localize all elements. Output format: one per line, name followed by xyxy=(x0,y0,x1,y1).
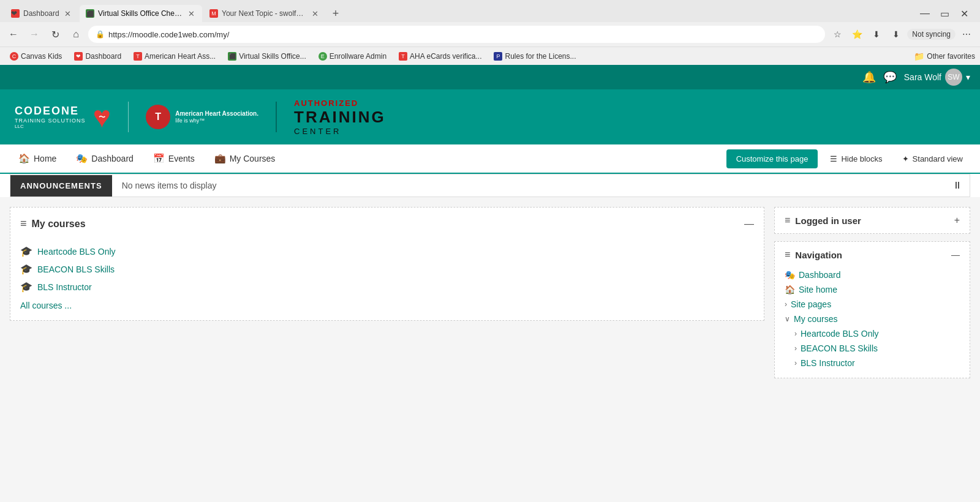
forward-button[interactable]: → xyxy=(26,26,43,43)
training-label: TRAINING xyxy=(294,108,386,127)
announcements-label: ANNOUNCEMENTS xyxy=(10,175,112,197)
list-item: 🎓 Heartcode BLS Only xyxy=(20,242,754,260)
address-input[interactable]: 🔒 https://moodle.code1web.com/my/ xyxy=(88,26,825,43)
navigation-minimize-button[interactable]: — xyxy=(951,250,960,260)
expand-icon: › xyxy=(785,300,787,309)
nav-items: 🏠 Home 🎭 Dashboard 📅 Events 💼 My Courses xyxy=(10,146,726,171)
notifications-icon[interactable]: 🔔 xyxy=(862,70,876,84)
user-menu[interactable]: Sara Wolf SW ▾ xyxy=(904,69,970,86)
list-item: 🏠 Site home xyxy=(785,282,960,297)
browser-chrome: ❤ Dashboard ✕ ⬛ Virtual Skills Office Ch… xyxy=(0,0,980,65)
left-column: ≡ My courses — 🎓 Heartcode BLS Only 🎓 BE… xyxy=(10,207,764,493)
home-nav-icon: 🏠 xyxy=(18,153,30,164)
announcements-text: No news items to display xyxy=(112,174,945,197)
nav-home-icon: 🏠 xyxy=(785,285,795,294)
tab-label-virtual-skills: Virtual Skills Office Cheat Sheet xyxy=(98,9,183,18)
tab-label-dashboard: Dashboard xyxy=(23,9,59,18)
bookmark-virtual-skills[interactable]: ⬛ Virtual Skills Office... xyxy=(223,51,311,62)
collapse-icon: ∨ xyxy=(785,315,790,323)
nav-block-site-pages[interactable]: › Site pages xyxy=(785,299,960,309)
logo-divider xyxy=(128,102,129,132)
list-item: › Heartcode BLS Only xyxy=(785,326,960,341)
expand-icon: › xyxy=(794,359,797,367)
all-courses-link[interactable]: All courses ... xyxy=(20,296,754,310)
logged-in-title: Logged in user xyxy=(795,215,861,226)
close-window-button[interactable]: ✕ xyxy=(956,5,973,22)
bookmark-aha[interactable]: T American Heart Ass... xyxy=(129,51,221,62)
standard-view-icon: ✦ xyxy=(902,154,909,163)
center-label: CENTER xyxy=(294,127,341,136)
standard-view-button[interactable]: ✦ Standard view xyxy=(895,149,970,168)
profile-label: Not syncing xyxy=(912,30,951,39)
list-item: 🎭 Dashboard xyxy=(785,268,960,282)
logged-in-expand-button[interactable]: + xyxy=(954,215,960,226)
nav-block-bls-instructor[interactable]: › BLS Instructor xyxy=(794,358,960,368)
tab-virtual-skills[interactable]: ⬛ Virtual Skills Office Cheat Sheet ✕ xyxy=(80,5,202,22)
nav-block-heartcode[interactable]: › Heartcode BLS Only xyxy=(794,329,960,339)
list-item: ∨ My courses xyxy=(785,312,960,326)
course-link-heartcode[interactable]: Heartcode BLS Only xyxy=(37,247,116,257)
refresh-button[interactable]: ↻ xyxy=(47,26,64,43)
nav-events[interactable]: 📅 Events xyxy=(145,146,203,171)
nav-my-courses-label: My Courses xyxy=(230,154,276,163)
my-courses-nav-icon: 💼 xyxy=(214,153,226,164)
tab-dashboard[interactable]: ❤ Dashboard ✕ xyxy=(5,5,78,22)
back-button[interactable]: ← xyxy=(5,26,22,43)
my-courses-title: My courses xyxy=(32,219,86,230)
new-tab-button[interactable]: + xyxy=(327,5,344,22)
dashboard-nav-icon: 🎭 xyxy=(76,153,88,164)
tab-gmail[interactable]: M Your Next Topic - swolf@code1w... ✕ xyxy=(203,5,326,22)
course-link-bls[interactable]: BLS Instructor xyxy=(37,282,92,292)
nav-block-site-home[interactable]: 🏠 Site home xyxy=(785,285,960,294)
profile-button[interactable]: Not syncing xyxy=(907,29,956,40)
star-button[interactable]: ☆ xyxy=(829,26,846,43)
nav-events-label: Events xyxy=(168,154,195,163)
block-minimize-button[interactable]: — xyxy=(744,219,754,230)
bookmark-enrollware[interactable]: E Enrollware Admin xyxy=(314,51,391,62)
home-button[interactable]: ⌂ xyxy=(67,26,85,43)
list-item: 🎓 BEACON BLS Skills xyxy=(20,260,754,278)
list-item: › BLS Instructor xyxy=(785,356,960,370)
avatar: SW xyxy=(945,69,962,86)
tab-close-virtual-skills[interactable]: ✕ xyxy=(187,9,196,18)
hide-blocks-button[interactable]: ☰ Hide blocks xyxy=(823,149,889,168)
nav-block-my-courses[interactable]: ∨ My courses xyxy=(785,314,960,324)
customize-page-button[interactable]: Customize this page xyxy=(726,149,818,168)
logged-in-icon: ≡ xyxy=(785,215,790,226)
standard-view-label: Standard view xyxy=(913,154,963,163)
address-bar-row: ← → ↻ ⌂ 🔒 https://moodle.code1web.com/my… xyxy=(0,22,980,47)
aha-badge: T xyxy=(146,105,170,129)
collections-button[interactable]: ⭐ xyxy=(848,26,865,43)
bookmark-dashboard[interactable]: ❤ Dashboard xyxy=(69,51,126,62)
site-header: CODEONE TRAINING SOLUTIONS LLC ♥ 〜 T Ame… xyxy=(0,89,980,144)
bookmark-canvas-kids[interactable]: C Canvas Kids xyxy=(5,51,67,62)
hide-blocks-icon: ☰ xyxy=(830,154,837,163)
bookmark-aha-ecards[interactable]: T AHA eCards verifica... xyxy=(394,51,486,62)
site-wrapper: 🔔 💬 Sara Wolf SW ▾ CODEONE TRAINING SOLU… xyxy=(0,65,980,502)
bookmark-rules[interactable]: P Rules for the Licens... xyxy=(489,51,581,62)
aha-name: American Heart Association. xyxy=(175,110,258,118)
tab-close-dashboard[interactable]: ✕ xyxy=(63,9,72,18)
browser-tools-button[interactable]: ⬇ xyxy=(868,26,885,43)
tab-close-gmail[interactable]: ✕ xyxy=(311,9,320,18)
nav-block-beacon[interactable]: › BEACON BLS Skills xyxy=(794,343,960,353)
download-button[interactable]: ⬇ xyxy=(888,26,905,43)
nav-dashboard[interactable]: 🎭 Dashboard xyxy=(67,146,142,171)
nav-my-courses[interactable]: 💼 My Courses xyxy=(206,146,284,171)
nav-dashboard-label: Dashboard xyxy=(91,154,134,163)
more-button[interactable]: ⋯ xyxy=(958,26,975,43)
announcements-pause[interactable]: ⏸ xyxy=(945,175,970,196)
list-item: 🎓 BLS Instructor xyxy=(20,278,754,296)
navigation-block: ≡ Navigation — 🎭 Dashboard 🏠 xyxy=(774,241,970,378)
course-link-beacon[interactable]: BEACON BLS Skills xyxy=(37,264,115,274)
expand-icon: › xyxy=(794,329,797,338)
nav-home[interactable]: 🏠 Home xyxy=(10,146,65,171)
lock-icon: 🔒 xyxy=(96,30,105,39)
messages-icon[interactable]: 💬 xyxy=(883,70,897,84)
other-favorites[interactable]: 📁 Other favorites xyxy=(914,51,975,61)
nav-block-dashboard[interactable]: 🎭 Dashboard xyxy=(785,270,960,280)
restore-button[interactable]: ▭ xyxy=(936,5,953,22)
bookmarks-bar: C Canvas Kids ❤ Dashboard T American Hea… xyxy=(0,47,980,65)
codeone-name: CODEONE xyxy=(15,105,79,118)
minimize-button[interactable]: — xyxy=(916,5,933,22)
